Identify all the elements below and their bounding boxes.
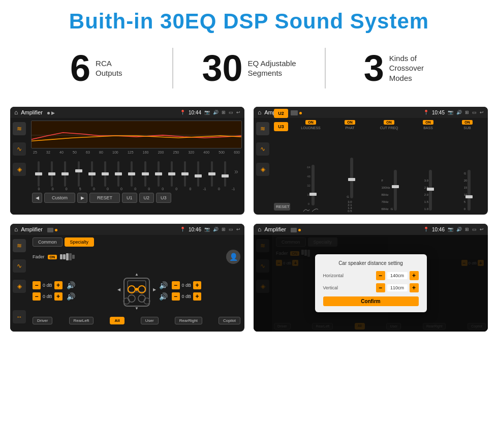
loudness-slider-track[interactable] [312, 165, 315, 205]
speaker-icon-1[interactable]: ◈ [13, 163, 26, 176]
eq-slider-12[interactable] [181, 161, 189, 187]
phat-label-g: G [347, 195, 349, 198]
back-icon-2[interactable]: ↩ [480, 110, 484, 115]
fader-bar-4 [69, 253, 72, 260]
home-icon-4[interactable]: ⌂ [258, 226, 261, 233]
eq-u1-button[interactable]: U1 [122, 193, 137, 203]
eq-slider-9[interactable] [141, 161, 149, 187]
dialog-overlay: Car speaker distance setting Horizontal … [254, 235, 488, 332]
tab-common[interactable]: Common [33, 237, 63, 247]
copilot-button[interactable]: Copilot [219, 317, 240, 324]
camera-icon-4: 📷 [448, 227, 453, 232]
u2-button[interactable]: U2 [274, 109, 288, 118]
vertical-label: Vertical [323, 285, 338, 290]
phat-slider-track[interactable] [350, 158, 353, 198]
eq-custom-button[interactable]: Custom [44, 193, 75, 203]
eq-slider-6[interactable] [101, 161, 109, 187]
wave-icon[interactable]: ∿ [13, 142, 26, 156]
eq-icon[interactable]: ≋ [13, 122, 26, 135]
eq-reset-button[interactable]: RESET [89, 193, 120, 203]
svg-text:▲: ▲ [135, 272, 139, 277]
eq-sliders: » [31, 156, 242, 187]
eq-slider-4[interactable] [75, 161, 83, 187]
back-icon-4[interactable]: ↩ [480, 227, 484, 232]
vertical-minus[interactable]: − [376, 283, 385, 292]
top-right-val: 0 dB [182, 283, 192, 288]
driver-button[interactable]: Driver [33, 317, 52, 324]
eq-slider-10[interactable] [154, 161, 163, 187]
bottom-left-minus[interactable]: − [33, 292, 41, 301]
wave-icon-3[interactable]: ∿ [13, 259, 26, 273]
back-icon-1[interactable]: ↩ [236, 110, 240, 115]
topbar-3: ⌂ Amplifier 📍 10:46 📷 🔊 ⊞ ▭ ↩ [10, 224, 244, 235]
eq-slider-14[interactable] [208, 161, 216, 187]
eq-slider-5[interactable] [88, 161, 96, 187]
phat-label: PHAT [345, 126, 354, 130]
eq-prev-button[interactable]: ◀ [32, 193, 42, 203]
home-icon[interactable]: ⌂ [14, 109, 18, 116]
all-button[interactable]: All [110, 317, 124, 324]
eq-slider-15[interactable] [221, 161, 229, 187]
top-right-plus[interactable]: + [193, 281, 201, 289]
eq-icon-3[interactable]: ≋ [13, 239, 26, 252]
u3-button[interactable]: U3 [274, 122, 288, 131]
top-left-minus[interactable]: − [33, 281, 41, 289]
stat-divider-1 [172, 48, 173, 88]
eq-main: 25 32 40 50 63 80 100 125 160 200 250 32… [28, 118, 244, 215]
volume-icon-3: 🔊 [213, 227, 219, 232]
sub-sliders: G 20 15 10 5 0 [464, 132, 471, 213]
vertical-plus[interactable]: + [410, 283, 419, 292]
channel-loudness: ON LOUDNESS 64 48 32 16 0 [292, 120, 329, 213]
sub-on-badge: ON [462, 120, 473, 125]
eq-slider-7[interactable] [114, 161, 122, 187]
header: Buith-in 30EQ DSP Sound System 6 RCA Out… [0, 0, 498, 98]
arrows-icon-3[interactable]: ↔ [13, 310, 26, 323]
top-left-ctrl: − 0 dB + 🔊 [33, 281, 114, 289]
bass-sliders: 3.0 2.5 2.0 1.5 1.0 [424, 132, 432, 213]
screen-dialog: ⌂ Amplifier 📍 10:46 📷 🔊 ⊞ ▭ ↩ ≋ ∿ [254, 224, 488, 332]
confirm-button[interactable]: Confirm [323, 296, 419, 306]
user-button[interactable]: User [141, 317, 159, 324]
bass-slider-track[interactable] [429, 170, 432, 211]
window-icon-4: ▭ [472, 227, 477, 232]
eq-arrows-icon[interactable]: » [234, 167, 238, 175]
loudness-on-badge: ON [305, 120, 316, 125]
bottom-right-minus[interactable]: − [172, 292, 180, 301]
horizontal-plus[interactable]: + [410, 271, 419, 280]
top-left-val: 0 dB [43, 283, 52, 288]
eq-u3-button[interactable]: U3 [156, 193, 171, 203]
bottom-right-plus[interactable]: + [193, 292, 201, 301]
speaker-icon-2[interactable]: ◈ [256, 163, 269, 176]
stat-number-rca: 6 [70, 50, 90, 86]
status-dot-2 [299, 112, 302, 114]
eq-slider-3[interactable] [61, 161, 69, 187]
speaker-icon-3[interactable]: ◈ [13, 280, 26, 293]
home-icon-3[interactable]: ⌂ [14, 226, 18, 233]
eq-u2-button[interactable]: U2 [139, 193, 154, 203]
eq-slider-1[interactable] [35, 161, 43, 187]
eq-values: 0 0 0 5 0 0 0 0 0 0 0 0 -1 0 -1 [31, 187, 242, 191]
eq-slider-8[interactable] [128, 161, 136, 187]
bass-on-badge: ON [423, 120, 433, 125]
top-right-minus[interactable]: − [172, 281, 180, 289]
bottom-left-plus[interactable]: + [54, 292, 63, 301]
wave-icon-2[interactable]: ∿ [256, 142, 269, 156]
sub-slider-track[interactable] [468, 170, 471, 211]
eq-slider-2[interactable] [48, 161, 56, 187]
channel-cutfreq: ON CUT FREQ F 100Hz 80Hz 70Hz 60Hz [370, 120, 408, 213]
channel-sub: ON SUB G 20 15 10 5 0 [449, 120, 486, 213]
rearright-button[interactable]: RearRight [175, 317, 202, 324]
bottom-left-val: 0 dB [43, 294, 52, 299]
avatar-button[interactable]: 👤 [226, 250, 240, 264]
top-left-plus[interactable]: + [54, 281, 63, 289]
back-icon-3[interactable]: ↩ [236, 227, 240, 232]
rearleft-button[interactable]: RearLeft [69, 317, 94, 324]
eq-slider-11[interactable] [168, 161, 176, 187]
horizontal-minus[interactable]: − [376, 271, 385, 280]
dialog-content: ≋ ∿ ◈ Common Specialty Fader ON [254, 235, 488, 332]
eq-slider-13[interactable] [194, 161, 202, 187]
cutfreq-slider-track[interactable] [394, 170, 397, 211]
tab-specialty[interactable]: Specialty [65, 237, 95, 247]
eq-next-button[interactable]: ▶ [77, 193, 87, 203]
amp-reset-button[interactable]: RESET [274, 203, 290, 211]
